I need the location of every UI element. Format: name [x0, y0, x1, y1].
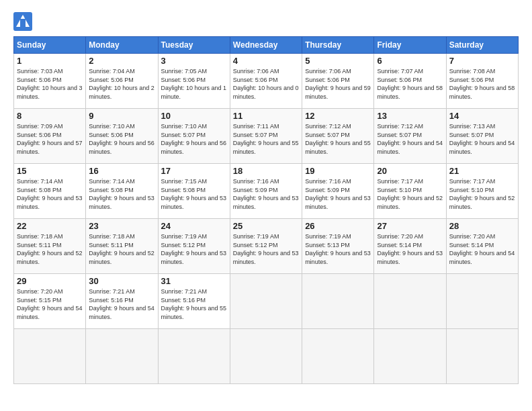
day-info: Sunrise: 7:06 AM Sunset: 5:06 PM Dayligh… — [305, 67, 371, 101]
weekday-header-row: SundayMondayTuesdayWednesdayThursdayFrid… — [14, 37, 519, 54]
day-info: Sunrise: 7:19 AM Sunset: 5:12 PM Dayligh… — [233, 232, 299, 266]
empty-cell — [86, 329, 158, 384]
day-cell-4: 4 Sunrise: 7:06 AM Sunset: 5:06 PM Dayli… — [230, 54, 302, 109]
day-info: Sunrise: 7:11 AM Sunset: 5:07 PM Dayligh… — [233, 122, 299, 156]
day-number: 27 — [377, 221, 443, 231]
day-info: Sunrise: 7:12 AM Sunset: 5:07 PM Dayligh… — [377, 122, 443, 156]
day-number: 13 — [377, 111, 443, 121]
day-cell-21: 21 Sunrise: 7:17 AM Sunset: 5:10 PM Dayl… — [446, 164, 518, 219]
day-info: Sunrise: 7:17 AM Sunset: 5:10 PM Dayligh… — [449, 177, 515, 211]
day-info: Sunrise: 7:18 AM Sunset: 5:11 PM Dayligh… — [89, 232, 154, 266]
day-number: 2 — [89, 56, 154, 66]
day-info: Sunrise: 7:14 AM Sunset: 5:08 PM Dayligh… — [89, 177, 154, 211]
day-number: 31 — [161, 276, 227, 286]
day-number: 15 — [17, 166, 83, 176]
day-cell-20: 20 Sunrise: 7:17 AM Sunset: 5:10 PM Dayl… — [374, 164, 446, 219]
calendar: SundayMondayTuesdayWednesdayThursdayFrid… — [13, 36, 519, 384]
day-info: Sunrise: 7:10 AM Sunset: 5:06 PM Dayligh… — [89, 122, 154, 156]
day-cell-7: 7 Sunrise: 7:08 AM Sunset: 5:06 PM Dayli… — [446, 54, 518, 109]
day-cell-1: 1 Sunrise: 7:03 AM Sunset: 5:06 PM Dayli… — [14, 54, 86, 109]
day-number: 16 — [89, 166, 154, 176]
weekday-tuesday: Tuesday — [158, 37, 230, 54]
empty-cell — [302, 329, 374, 384]
day-number: 7 — [449, 56, 515, 66]
day-info: Sunrise: 7:19 AM Sunset: 5:12 PM Dayligh… — [161, 232, 227, 266]
day-cell-10: 10 Sunrise: 7:10 AM Sunset: 5:07 PM Dayl… — [158, 109, 230, 164]
day-cell-3: 3 Sunrise: 7:05 AM Sunset: 5:06 PM Dayli… — [158, 54, 230, 109]
week-row-4: 22 Sunrise: 7:18 AM Sunset: 5:11 PM Dayl… — [14, 219, 519, 274]
empty-cell — [374, 329, 446, 384]
day-number: 4 — [233, 56, 299, 66]
day-number: 26 — [305, 221, 371, 231]
day-cell-11: 11 Sunrise: 7:11 AM Sunset: 5:07 PM Dayl… — [230, 109, 302, 164]
logo — [13, 12, 35, 31]
day-cell-8: 8 Sunrise: 7:09 AM Sunset: 5:06 PM Dayli… — [14, 109, 86, 164]
day-info: Sunrise: 7:16 AM Sunset: 5:09 PM Dayligh… — [305, 177, 371, 211]
day-info: Sunrise: 7:20 AM Sunset: 5:14 PM Dayligh… — [377, 232, 443, 266]
day-number: 19 — [305, 166, 371, 176]
day-cell-18: 18 Sunrise: 7:16 AM Sunset: 5:09 PM Dayl… — [230, 164, 302, 219]
empty-cell — [230, 329, 302, 384]
day-number: 6 — [377, 56, 443, 66]
day-cell-30: 30 Sunrise: 7:21 AM Sunset: 5:16 PM Dayl… — [86, 274, 158, 329]
day-number: 12 — [305, 111, 371, 121]
empty-cell — [446, 274, 518, 329]
day-cell-26: 26 Sunrise: 7:19 AM Sunset: 5:13 PM Dayl… — [302, 219, 374, 274]
empty-cell — [446, 329, 518, 384]
day-number: 1 — [17, 56, 83, 66]
day-cell-2: 2 Sunrise: 7:04 AM Sunset: 5:06 PM Dayli… — [86, 54, 158, 109]
day-info: Sunrise: 7:17 AM Sunset: 5:10 PM Dayligh… — [377, 177, 443, 211]
weekday-friday: Friday — [374, 37, 446, 54]
week-row-3: 15 Sunrise: 7:14 AM Sunset: 5:08 PM Dayl… — [14, 164, 519, 219]
day-number: 14 — [449, 111, 515, 121]
day-cell-12: 12 Sunrise: 7:12 AM Sunset: 5:07 PM Dayl… — [302, 109, 374, 164]
day-cell-5: 5 Sunrise: 7:06 AM Sunset: 5:06 PM Dayli… — [302, 54, 374, 109]
weekday-monday: Monday — [86, 37, 158, 54]
day-info: Sunrise: 7:03 AM Sunset: 5:06 PM Dayligh… — [17, 67, 83, 101]
day-info: Sunrise: 7:04 AM Sunset: 5:06 PM Dayligh… — [89, 67, 154, 101]
week-row-2: 8 Sunrise: 7:09 AM Sunset: 5:06 PM Dayli… — [14, 109, 519, 164]
week-row-1: 1 Sunrise: 7:03 AM Sunset: 5:06 PM Dayli… — [14, 54, 519, 109]
day-info: Sunrise: 7:12 AM Sunset: 5:07 PM Dayligh… — [305, 122, 371, 156]
weekday-thursday: Thursday — [302, 37, 374, 54]
day-info: Sunrise: 7:20 AM Sunset: 5:15 PM Dayligh… — [17, 287, 83, 321]
day-cell-19: 19 Sunrise: 7:16 AM Sunset: 5:09 PM Dayl… — [302, 164, 374, 219]
day-number: 30 — [89, 276, 154, 286]
day-info: Sunrise: 7:21 AM Sunset: 5:16 PM Dayligh… — [161, 287, 227, 321]
day-cell-9: 9 Sunrise: 7:10 AM Sunset: 5:06 PM Dayli… — [86, 109, 158, 164]
day-cell-31: 31 Sunrise: 7:21 AM Sunset: 5:16 PM Dayl… — [158, 274, 230, 329]
svg-rect-2 — [20, 19, 26, 27]
day-info: Sunrise: 7:05 AM Sunset: 5:06 PM Dayligh… — [161, 67, 227, 101]
weekday-sunday: Sunday — [14, 37, 86, 54]
empty-cell — [302, 274, 374, 329]
week-row-6 — [14, 329, 519, 384]
day-cell-15: 15 Sunrise: 7:14 AM Sunset: 5:08 PM Dayl… — [14, 164, 86, 219]
day-cell-16: 16 Sunrise: 7:14 AM Sunset: 5:08 PM Dayl… — [86, 164, 158, 219]
empty-cell — [158, 329, 230, 384]
day-number: 18 — [233, 166, 299, 176]
day-cell-24: 24 Sunrise: 7:19 AM Sunset: 5:12 PM Dayl… — [158, 219, 230, 274]
day-info: Sunrise: 7:18 AM Sunset: 5:11 PM Dayligh… — [17, 232, 83, 266]
day-number: 28 — [449, 221, 515, 231]
empty-cell — [230, 274, 302, 329]
day-info: Sunrise: 7:16 AM Sunset: 5:09 PM Dayligh… — [233, 177, 299, 211]
page: SundayMondayTuesdayWednesdayThursdayFrid… — [0, 0, 532, 411]
day-info: Sunrise: 7:06 AM Sunset: 5:06 PM Dayligh… — [233, 67, 299, 101]
logo-icon — [13, 12, 32, 31]
empty-cell — [14, 329, 86, 384]
day-info: Sunrise: 7:08 AM Sunset: 5:06 PM Dayligh… — [449, 67, 515, 101]
day-info: Sunrise: 7:09 AM Sunset: 5:06 PM Dayligh… — [17, 122, 83, 156]
weekday-wednesday: Wednesday — [230, 37, 302, 54]
day-cell-27: 27 Sunrise: 7:20 AM Sunset: 5:14 PM Dayl… — [374, 219, 446, 274]
empty-cell — [374, 274, 446, 329]
day-number: 11 — [233, 111, 299, 121]
weekday-saturday: Saturday — [446, 37, 518, 54]
day-number: 10 — [161, 111, 227, 121]
day-number: 21 — [449, 166, 515, 176]
day-info: Sunrise: 7:14 AM Sunset: 5:08 PM Dayligh… — [17, 177, 83, 211]
day-info: Sunrise: 7:15 AM Sunset: 5:08 PM Dayligh… — [161, 177, 227, 211]
day-number: 23 — [89, 221, 154, 231]
day-info: Sunrise: 7:10 AM Sunset: 5:07 PM Dayligh… — [161, 122, 227, 156]
week-row-5: 29 Sunrise: 7:20 AM Sunset: 5:15 PM Dayl… — [14, 274, 519, 329]
day-number: 24 — [161, 221, 227, 231]
